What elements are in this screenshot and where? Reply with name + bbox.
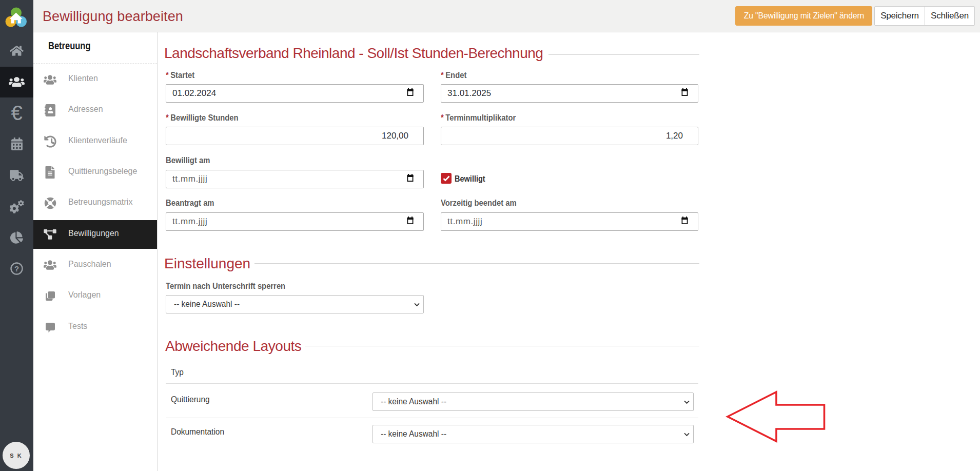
svg-text:?: ? [14,264,19,273]
